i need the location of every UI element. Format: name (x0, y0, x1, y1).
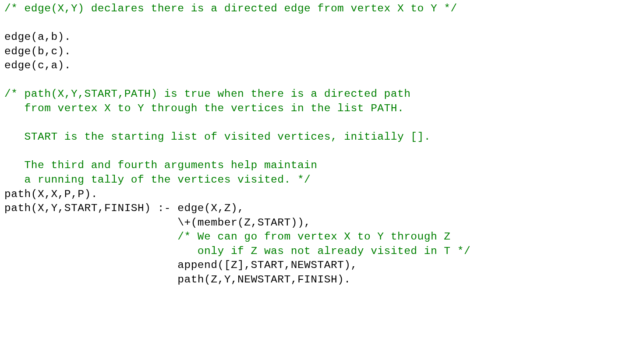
code-segment: path(X,X,P,P). (4, 188, 98, 200)
code-segment: append([Z],START,NEWSTART), (4, 259, 357, 271)
code-segment: from vertex X to Y through the vertices … (4, 102, 404, 114)
code-segment: a running tally of the vertices visited.… (4, 174, 311, 186)
code-segment: /* path(X,Y,START,PATH) is true when the… (4, 88, 410, 100)
code-block: /* edge(X,Y) declares there is a directe… (0, 0, 644, 289)
code-segment: edge(b,c). (4, 46, 71, 57)
code-segment: edge(c,a). (4, 60, 71, 71)
code-segment: \+(member(Z,START)), (4, 217, 311, 229)
code-segment (4, 245, 177, 257)
code-segment: path(X,Y,START,FINISH) :- edge(X,Z), (4, 202, 244, 214)
code-segment: path(Z,Y,NEWSTART,FINISH). (4, 274, 351, 286)
code-segment: /* edge(X,Y) declares there is a directe… (4, 3, 457, 14)
code-segment: only if Z was not already visited in T *… (177, 245, 471, 257)
code-segment: /* We can go from vertex X to Y through … (177, 231, 450, 243)
code-segment: edge(a,b). (4, 31, 71, 43)
code-segment: START is the starting list of visited ve… (4, 131, 431, 143)
code-segment (4, 231, 177, 243)
code-segment: The third and fourth arguments help main… (4, 159, 318, 171)
